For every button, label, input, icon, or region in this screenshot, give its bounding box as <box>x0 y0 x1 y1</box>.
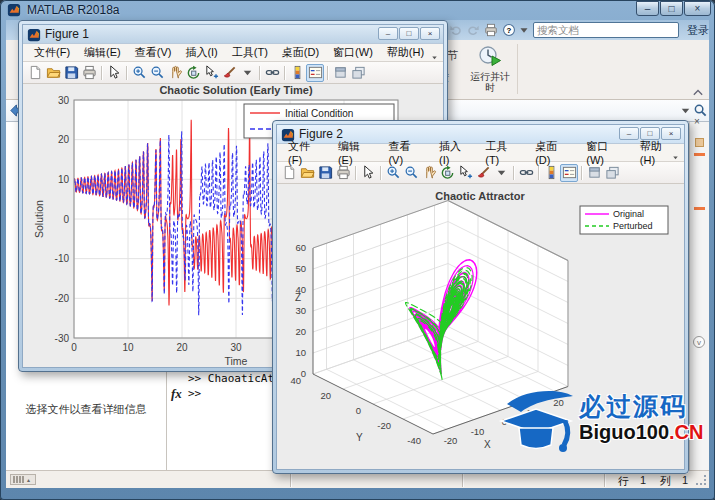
status-row-value: 1 <box>640 474 646 486</box>
menu-item[interactable]: 编辑(E) <box>77 44 128 61</box>
svg-text:-20: -20 <box>444 435 458 446</box>
data-cursor-icon[interactable] <box>202 64 220 82</box>
menu-item[interactable]: 窗口(W) <box>579 138 633 167</box>
close-button[interactable]: × <box>684 1 711 16</box>
menu-item[interactable]: 桌面(D) <box>528 138 579 167</box>
print-icon[interactable] <box>80 64 98 82</box>
menu-item[interactable]: 窗口(W) <box>326 44 380 61</box>
status-row-label: 行 <box>618 474 629 489</box>
minimize-button[interactable]: – <box>378 27 398 40</box>
run-clock-icon <box>478 43 502 67</box>
resize-grip[interactable] <box>696 475 706 485</box>
toolbar-separator <box>513 166 514 180</box>
toolbar-separator <box>380 166 381 180</box>
undo-icon[interactable] <box>449 23 463 37</box>
pan-icon[interactable] <box>166 64 184 82</box>
warning-marker[interactable] <box>694 153 705 156</box>
dock-icon[interactable] <box>331 64 349 82</box>
ribbon-collapse-icon[interactable] <box>691 84 707 96</box>
svg-text:Z: Z <box>295 292 301 303</box>
status-col-label: 列 <box>660 474 671 489</box>
main-titlebar[interactable]: MATLAB R2018a – □ × <box>0 0 715 20</box>
minimize-button[interactable]: – <box>636 1 659 16</box>
menu-overflow-icon[interactable] <box>671 148 681 158</box>
svg-text:50: 50 <box>295 263 306 274</box>
svg-text:0: 0 <box>356 405 361 416</box>
doc-search-box <box>533 22 679 38</box>
fx-gutter-label: fx <box>171 386 182 402</box>
open-folder-icon[interactable] <box>44 64 62 82</box>
menu-item[interactable]: 文件(F) <box>281 138 331 167</box>
watermark: 必过源码 Biguo100.CN <box>493 390 713 456</box>
collapse-panel-icon[interactable]: v <box>693 336 705 348</box>
doc-search-input[interactable] <box>534 24 675 36</box>
command-prompt[interactable]: >> <box>188 387 201 400</box>
statusbar-divider <box>604 473 605 487</box>
svg-text:60: 60 <box>295 242 306 253</box>
menu-item[interactable]: 查看(V) <box>381 138 432 167</box>
menu-item[interactable]: 插入(I) <box>178 44 224 61</box>
link-plot-icon[interactable] <box>263 64 281 82</box>
new-document-icon[interactable] <box>26 64 44 82</box>
search-icon[interactable] <box>675 24 676 36</box>
matlab-logo-icon <box>7 3 21 17</box>
layout-grip-button[interactable]: ▴ <box>10 474 36 485</box>
figure1-window-controls: – □ × <box>377 27 440 40</box>
panel-close-icon[interactable]: × <box>694 116 700 127</box>
help-caret-icon[interactable] <box>517 23 526 37</box>
maximize-button[interactable]: □ <box>399 27 419 40</box>
toolbar-separator <box>581 166 582 180</box>
toolbar-separator <box>259 66 260 80</box>
window-title: MATLAB R2018a <box>27 3 120 17</box>
toolbar-separator <box>284 66 285 80</box>
toolbar-separator <box>101 66 102 80</box>
svg-text:0: 0 <box>71 342 77 353</box>
float-icon[interactable] <box>349 64 367 82</box>
svg-text:Solution: Solution <box>33 200 45 238</box>
menu-item[interactable]: 编辑(E) <box>331 138 382 167</box>
warning-marker[interactable] <box>694 207 705 210</box>
zoom-out-icon[interactable] <box>148 64 166 82</box>
figure1-titlebar[interactable]: Figure 1 – □ × <box>23 25 443 44</box>
redo-icon[interactable] <box>466 23 480 37</box>
svg-text:-30: -30 <box>55 333 70 344</box>
svg-text:Y: Y <box>356 432 363 443</box>
menu-item[interactable]: 工具(T) <box>478 138 528 167</box>
details-placeholder-text: 选择文件以查看详细信息 <box>6 402 166 417</box>
svg-text:20: 20 <box>58 134 70 145</box>
brush-icon[interactable] <box>220 64 238 82</box>
print-icon[interactable] <box>484 23 498 37</box>
zoom-in-icon[interactable] <box>130 64 148 82</box>
address-dropdown-icon[interactable] <box>678 103 688 118</box>
svg-text:0: 0 <box>301 368 306 379</box>
menu-item[interactable]: 工具(T) <box>225 44 275 61</box>
menu-overflow-icon[interactable] <box>430 48 440 58</box>
status-col-value: 1 <box>682 474 688 486</box>
svg-text:30: 30 <box>58 95 70 106</box>
close-button[interactable]: × <box>420 27 440 40</box>
maximize-button[interactable]: □ <box>660 1 683 16</box>
menu-item[interactable]: 插入(I) <box>432 138 478 167</box>
legend-icon[interactable] <box>306 64 324 82</box>
rotate-3d-icon[interactable] <box>184 64 202 82</box>
svg-text:-40: -40 <box>407 435 421 446</box>
colorbar-icon[interactable] <box>288 64 306 82</box>
svg-text:-20: -20 <box>377 420 391 431</box>
menu-item[interactable]: 帮助(H) <box>380 44 431 61</box>
svg-text:Chaotic Solution (Early Time): Chaotic Solution (Early Time) <box>159 84 313 96</box>
menu-item[interactable]: 文件(F) <box>27 44 77 61</box>
svg-text:0: 0 <box>63 214 69 225</box>
svg-text:Time: Time <box>225 355 248 367</box>
menu-item[interactable]: 查看(V) <box>128 44 179 61</box>
menu-item[interactable]: 桌面(D) <box>275 44 326 61</box>
watermark-brand: Biguo100.CN <box>579 421 703 444</box>
save-icon[interactable] <box>62 64 80 82</box>
caret-down-icon[interactable] <box>238 64 256 82</box>
login-button[interactable]: 登录 <box>687 23 709 38</box>
indicator-square-marker[interactable] <box>695 138 704 147</box>
svg-text:30: 30 <box>230 342 242 353</box>
svg-text:Original: Original <box>613 209 644 219</box>
pointer-icon[interactable] <box>105 64 123 82</box>
run-and-time-button[interactable]: 运行并计时 <box>464 42 516 98</box>
help-icon[interactable]: ? <box>502 23 516 37</box>
